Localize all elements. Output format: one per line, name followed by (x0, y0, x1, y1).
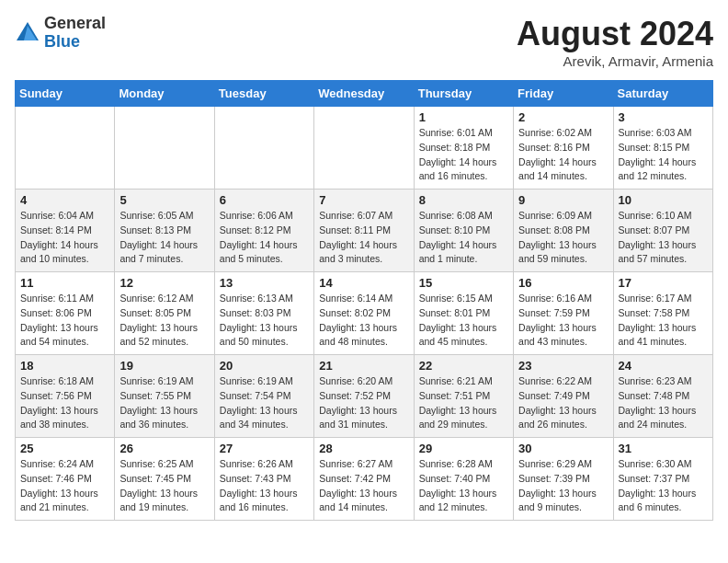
main-title: August 2024 (517, 15, 713, 53)
day-number: 7 (319, 193, 408, 207)
day-number: 1 (419, 110, 508, 124)
calendar-cell: 28Sunrise: 6:27 AMSunset: 7:42 PMDayligh… (314, 438, 414, 521)
day-number: 17 (619, 276, 708, 290)
calendar-cell: 9Sunrise: 6:09 AMSunset: 8:08 PMDaylight… (514, 190, 613, 272)
calendar-cell: 7Sunrise: 6:07 AMSunset: 8:11 PMDaylight… (314, 190, 414, 272)
day-info: Sunrise: 6:30 AMSunset: 7:37 PMDaylight:… (619, 457, 708, 515)
calendar-cell: 8Sunrise: 6:08 AMSunset: 8:10 PMDaylight… (414, 190, 513, 272)
header-sunday: Sunday (16, 81, 115, 107)
logo: General Blue (15, 15, 106, 52)
calendar-cell: 3Sunrise: 6:03 AMSunset: 8:15 PMDaylight… (613, 107, 712, 190)
calendar-week-2: 11Sunrise: 6:11 AMSunset: 8:06 PMDayligh… (16, 272, 713, 355)
header-tuesday: Tuesday (214, 81, 313, 107)
day-number: 26 (119, 442, 209, 455)
day-number: 16 (518, 276, 608, 290)
title-area: August 2024 Arevik, Armavir, Armenia (517, 15, 713, 69)
calendar-cell: 24Sunrise: 6:23 AMSunset: 7:48 PMDayligh… (613, 355, 712, 438)
day-number: 4 (20, 193, 109, 207)
day-info: Sunrise: 6:16 AMSunset: 7:59 PMDaylight:… (518, 292, 608, 350)
day-number: 14 (319, 276, 408, 290)
day-info: Sunrise: 6:05 AMSunset: 8:13 PMDaylight:… (119, 209, 209, 267)
logo-general: General (44, 14, 106, 32)
calendar-cell: 4Sunrise: 6:04 AMSunset: 8:14 PMDaylight… (16, 190, 115, 272)
calendar-cell: 6Sunrise: 6:06 AMSunset: 8:12 PMDaylight… (214, 190, 313, 272)
calendar-cell (314, 107, 414, 190)
calendar-cell: 25Sunrise: 6:24 AMSunset: 7:46 PMDayligh… (16, 438, 115, 521)
header-monday: Monday (115, 81, 214, 107)
calendar-week-0: 1Sunrise: 6:01 AMSunset: 8:18 PMDaylight… (16, 107, 713, 190)
day-info: Sunrise: 6:09 AMSunset: 8:08 PMDaylight:… (518, 209, 608, 267)
calendar-cell: 18Sunrise: 6:18 AMSunset: 7:56 PMDayligh… (16, 355, 115, 438)
day-info: Sunrise: 6:29 AMSunset: 7:39 PMDaylight:… (518, 457, 608, 515)
day-number: 23 (518, 359, 608, 373)
logo-icon (15, 20, 40, 46)
calendar-cell: 22Sunrise: 6:21 AMSunset: 7:51 PMDayligh… (414, 355, 513, 438)
calendar-cell: 10Sunrise: 6:10 AMSunset: 8:07 PMDayligh… (613, 190, 712, 272)
calendar-cell (214, 107, 313, 190)
calendar-cell: 26Sunrise: 6:25 AMSunset: 7:45 PMDayligh… (115, 438, 214, 521)
calendar-week-1: 4Sunrise: 6:04 AMSunset: 8:14 PMDaylight… (16, 190, 713, 272)
day-number: 20 (220, 359, 309, 373)
header-saturday: Saturday (613, 81, 712, 107)
day-number: 27 (220, 442, 309, 455)
subtitle: Arevik, Armavir, Armenia (517, 53, 713, 69)
day-info: Sunrise: 6:23 AMSunset: 7:48 PMDaylight:… (619, 374, 708, 432)
day-number: 19 (119, 359, 209, 373)
calendar-cell: 21Sunrise: 6:20 AMSunset: 7:52 PMDayligh… (314, 355, 414, 438)
calendar-cell (115, 107, 214, 190)
day-number: 6 (220, 193, 309, 207)
day-info: Sunrise: 6:21 AMSunset: 7:51 PMDaylight:… (419, 374, 508, 432)
day-info: Sunrise: 6:22 AMSunset: 7:49 PMDaylight:… (518, 374, 608, 432)
day-info: Sunrise: 6:02 AMSunset: 8:16 PMDaylight:… (518, 126, 608, 184)
calendar-cell: 14Sunrise: 6:14 AMSunset: 8:02 PMDayligh… (314, 272, 414, 355)
day-info: Sunrise: 6:15 AMSunset: 8:01 PMDaylight:… (419, 292, 508, 350)
day-number: 5 (119, 193, 209, 207)
day-info: Sunrise: 6:12 AMSunset: 8:05 PMDaylight:… (119, 292, 209, 350)
day-number: 22 (419, 359, 508, 373)
day-info: Sunrise: 6:25 AMSunset: 7:45 PMDaylight:… (119, 457, 209, 515)
day-number: 8 (419, 193, 508, 207)
day-info: Sunrise: 6:19 AMSunset: 7:55 PMDaylight:… (119, 374, 209, 432)
day-info: Sunrise: 6:03 AMSunset: 8:15 PMDaylight:… (619, 126, 708, 184)
header-wednesday: Wednesday (314, 81, 414, 107)
day-number: 21 (319, 359, 408, 373)
day-number: 2 (518, 110, 608, 124)
day-info: Sunrise: 6:06 AMSunset: 8:12 PMDaylight:… (220, 209, 309, 267)
calendar-cell (16, 107, 115, 190)
header-friday: Friday (514, 81, 613, 107)
day-info: Sunrise: 6:28 AMSunset: 7:40 PMDaylight:… (419, 457, 508, 515)
day-number: 31 (619, 442, 708, 455)
logo-blue: Blue (44, 32, 80, 51)
day-number: 9 (518, 193, 608, 207)
day-number: 3 (619, 110, 708, 124)
calendar-cell: 30Sunrise: 6:29 AMSunset: 7:39 PMDayligh… (514, 438, 613, 521)
calendar-cell: 13Sunrise: 6:13 AMSunset: 8:03 PMDayligh… (214, 272, 313, 355)
calendar-cell: 16Sunrise: 6:16 AMSunset: 7:59 PMDayligh… (514, 272, 613, 355)
day-number: 25 (20, 442, 109, 455)
calendar-cell: 15Sunrise: 6:15 AMSunset: 8:01 PMDayligh… (414, 272, 513, 355)
calendar-cell: 11Sunrise: 6:11 AMSunset: 8:06 PMDayligh… (16, 272, 115, 355)
day-number: 29 (419, 442, 508, 455)
calendar-cell: 19Sunrise: 6:19 AMSunset: 7:55 PMDayligh… (115, 355, 214, 438)
calendar-cell: 20Sunrise: 6:19 AMSunset: 7:54 PMDayligh… (214, 355, 313, 438)
calendar-cell: 23Sunrise: 6:22 AMSunset: 7:49 PMDayligh… (514, 355, 613, 438)
day-number: 15 (419, 276, 508, 290)
day-info: Sunrise: 6:20 AMSunset: 7:52 PMDaylight:… (319, 374, 408, 432)
day-info: Sunrise: 6:27 AMSunset: 7:42 PMDaylight:… (319, 457, 408, 515)
day-number: 13 (220, 276, 309, 290)
day-info: Sunrise: 6:19 AMSunset: 7:54 PMDaylight:… (220, 374, 309, 432)
day-number: 28 (319, 442, 408, 455)
day-number: 11 (20, 276, 109, 290)
calendar-cell: 29Sunrise: 6:28 AMSunset: 7:40 PMDayligh… (414, 438, 513, 521)
calendar-cell: 12Sunrise: 6:12 AMSunset: 8:05 PMDayligh… (115, 272, 214, 355)
day-info: Sunrise: 6:13 AMSunset: 8:03 PMDaylight:… (220, 292, 309, 350)
day-info: Sunrise: 6:10 AMSunset: 8:07 PMDaylight:… (619, 209, 708, 267)
day-info: Sunrise: 6:14 AMSunset: 8:02 PMDaylight:… (319, 292, 408, 350)
calendar-week-3: 18Sunrise: 6:18 AMSunset: 7:56 PMDayligh… (16, 355, 713, 438)
day-number: 24 (619, 359, 708, 373)
day-number: 12 (119, 276, 209, 290)
day-info: Sunrise: 6:18 AMSunset: 7:56 PMDaylight:… (20, 374, 109, 432)
header: General Blue August 2024 Arevik, Armavir… (15, 15, 713, 69)
day-info: Sunrise: 6:08 AMSunset: 8:10 PMDaylight:… (419, 209, 508, 267)
calendar-week-4: 25Sunrise: 6:24 AMSunset: 7:46 PMDayligh… (16, 438, 713, 521)
